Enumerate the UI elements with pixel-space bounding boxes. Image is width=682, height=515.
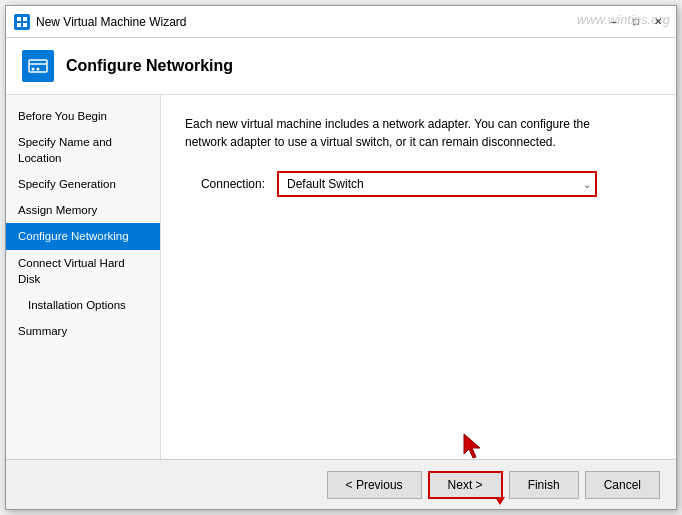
sidebar-item-summary[interactable]: Summary: [6, 318, 160, 344]
svg-rect-3: [23, 23, 27, 27]
sidebar-item-assign-memory[interactable]: Assign Memory: [6, 197, 160, 223]
title-bar: New Virtual Machine Wizard – □ ✕: [6, 6, 676, 38]
next-button[interactable]: Next >: [428, 471, 503, 499]
svg-rect-2: [17, 23, 21, 27]
cancel-button[interactable]: Cancel: [585, 471, 660, 499]
main-content: Before You Begin Specify Name and Locati…: [6, 95, 676, 459]
minimize-button[interactable]: –: [604, 12, 624, 32]
wizard-window: New Virtual Machine Wizard – □ ✕ Configu…: [5, 5, 677, 510]
svg-point-6: [32, 68, 35, 71]
connection-select[interactable]: Default Switch Not Connected: [277, 171, 597, 197]
sidebar-item-specify-generation[interactable]: Specify Generation: [6, 171, 160, 197]
window-title: New Virtual Machine Wizard: [36, 15, 187, 29]
sidebar-item-specify-name[interactable]: Specify Name and Location: [6, 129, 160, 171]
connection-form-row: Connection: Default Switch Not Connected…: [185, 171, 652, 197]
sidebar-item-configure-networking[interactable]: Configure Networking: [6, 223, 160, 249]
sidebar-item-before-you-begin[interactable]: Before You Begin: [6, 103, 160, 129]
svg-rect-1: [23, 17, 27, 21]
finish-button[interactable]: Finish: [509, 471, 579, 499]
content-description: Each new virtual machine includes a netw…: [185, 115, 605, 151]
connection-select-wrapper: Default Switch Not Connected ⌄: [277, 171, 597, 197]
content-area: Each new virtual machine includes a netw…: [161, 95, 676, 459]
connection-label: Connection:: [185, 177, 265, 191]
sidebar: Before You Begin Specify Name and Locati…: [6, 95, 161, 459]
svg-point-7: [37, 68, 40, 71]
window-icon: [14, 14, 30, 30]
close-button[interactable]: ✕: [648, 12, 668, 32]
maximize-button[interactable]: □: [626, 12, 646, 32]
header-title: Configure Networking: [66, 57, 233, 75]
header-icon: [22, 50, 54, 82]
sidebar-item-installation-options[interactable]: Installation Options: [6, 292, 160, 318]
sidebar-item-connect-vhd[interactable]: Connect Virtual Hard Disk: [6, 250, 160, 292]
wizard-header: Configure Networking: [6, 38, 676, 95]
previous-button[interactable]: < Previous: [327, 471, 422, 499]
svg-rect-0: [17, 17, 21, 21]
wizard-footer: < Previous Next > Finish Cancel: [6, 459, 676, 509]
